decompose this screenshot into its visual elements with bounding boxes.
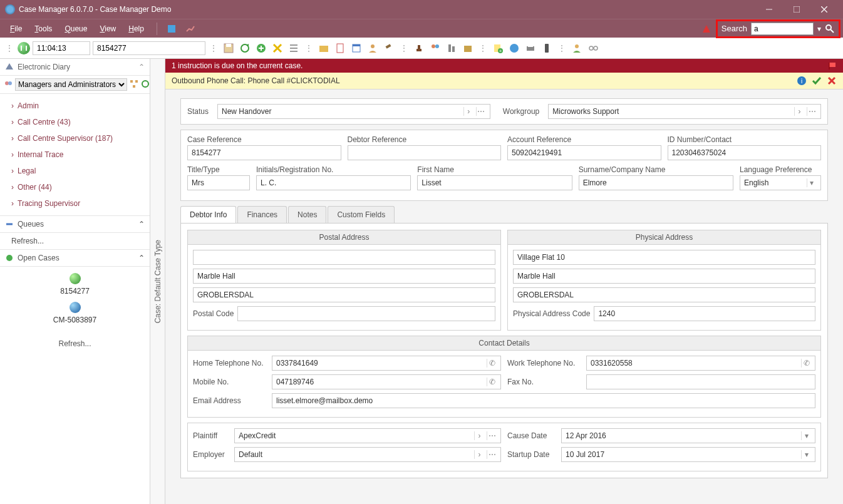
surname-field[interactable]: Elmore — [579, 175, 733, 190]
group-select[interactable]: Managers and Administrators — [15, 78, 127, 91]
mobile-field[interactable]: 047189746✆ — [272, 374, 501, 389]
calendar-icon[interactable] — [349, 41, 363, 55]
open-case-2[interactable]: CM-5083897 — [0, 316, 150, 324]
tree-node-call-centre[interactable]: Call Centre (43) — [0, 114, 150, 130]
panel-electronic-diary[interactable]: Electronic Diary ⌃ — [0, 59, 150, 76]
menu-icon-1[interactable] — [166, 23, 177, 34]
chart-icon[interactable] — [185, 23, 196, 34]
tab-debtor-info[interactable]: Debtor Info — [180, 206, 236, 223]
debtor-ref-field[interactable] — [348, 145, 502, 160]
id-number-field[interactable]: 1203046375024 — [668, 145, 822, 160]
save-icon[interactable] — [222, 41, 235, 55]
phys-line-3[interactable]: GROBLERSDAL — [513, 287, 815, 302]
phone-icon[interactable]: ✆ — [487, 378, 497, 386]
tree-node-call-centre-supervisor[interactable]: Call Centre Supervisor (187) — [0, 130, 150, 147]
stamp-icon[interactable] — [412, 41, 426, 55]
close-icon[interactable] — [827, 76, 837, 86]
tree-icon[interactable] — [130, 80, 138, 90]
panel-queues[interactable]: Queues ⌃ — [0, 215, 150, 233]
folder-icon[interactable] — [317, 41, 331, 55]
chevron-down-icon[interactable]: ▾ — [801, 431, 811, 440]
email-field[interactable]: lisset.elmore@mailbox.demo — [272, 393, 815, 408]
tree-node-internal-trace[interactable]: Internal Trace — [0, 147, 150, 163]
person-icon[interactable] — [570, 41, 584, 55]
chevron-down-icon[interactable]: ▾ — [801, 450, 811, 459]
phone-icon[interactable] — [540, 41, 554, 55]
chevron-right-icon[interactable]: › — [474, 431, 484, 440]
chevron-right-icon[interactable]: › — [794, 107, 804, 116]
phone-icon[interactable]: ✆ — [801, 359, 811, 368]
postal-line-2[interactable]: Marble Hall — [193, 269, 495, 284]
building-icon[interactable] — [445, 41, 458, 55]
info-icon[interactable]: i — [797, 76, 807, 86]
first-name-field[interactable]: Lisset — [417, 175, 572, 190]
work-phone-field[interactable]: 0331620558✆ — [586, 356, 815, 371]
postal-code-field[interactable] — [237, 306, 495, 321]
phone-icon[interactable]: ✆ — [487, 359, 497, 368]
startup-date-field[interactable]: 10 Jul 2017▾ — [561, 447, 815, 462]
add-icon[interactable] — [254, 41, 268, 55]
gavel-icon[interactable] — [382, 41, 396, 55]
play-button[interactable] — [18, 42, 30, 54]
menu-queue[interactable]: Queue — [59, 22, 92, 36]
postal-line-1[interactable] — [193, 250, 495, 265]
flag-icon[interactable] — [828, 61, 837, 70]
ellipsis-icon[interactable]: ⋯ — [487, 431, 497, 440]
search-input[interactable] — [751, 23, 814, 35]
ellipsis-icon[interactable]: ⋯ — [487, 450, 497, 459]
chevron-right-icon[interactable]: › — [463, 107, 473, 116]
postal-line-3[interactable]: GROBLERSDAL — [193, 287, 495, 302]
print-icon[interactable] — [524, 41, 537, 55]
phys-code-field[interactable]: 1240 — [594, 306, 815, 321]
tree-node-admin[interactable]: Admin — [0, 98, 150, 114]
vertical-tab[interactable]: Case: Default Case Type — [150, 59, 165, 504]
status-field[interactable]: New Handover›⋯ — [217, 104, 490, 119]
users-icon[interactable] — [428, 41, 442, 55]
menu-view[interactable]: View — [95, 22, 121, 36]
user-icon[interactable] — [366, 41, 380, 55]
note-add-icon[interactable]: + — [491, 41, 505, 55]
case-orb-blue[interactable] — [70, 302, 81, 313]
time-input[interactable] — [33, 41, 90, 55]
cancel-icon[interactable] — [271, 41, 284, 55]
tab-finances[interactable]: Finances — [237, 206, 287, 223]
refresh-small-icon[interactable] — [141, 80, 150, 90]
box-icon[interactable] — [461, 41, 475, 55]
chevron-down-icon[interactable]: ▾ — [807, 178, 817, 187]
open-case-1[interactable]: 8154277 — [0, 287, 150, 296]
panel-open-cases[interactable]: Open Cases ⌃ — [0, 249, 150, 267]
minimize-button[interactable] — [755, 0, 783, 19]
tab-custom-fields[interactable]: Custom Fields — [328, 206, 395, 223]
tab-notes[interactable]: Notes — [288, 206, 326, 223]
case-orb-green[interactable] — [70, 273, 81, 284]
tree-node-legal[interactable]: Legal — [0, 163, 150, 179]
check-icon[interactable] — [812, 76, 822, 86]
list-icon[interactable] — [287, 41, 301, 55]
alert-icon[interactable] — [701, 23, 712, 34]
maximize-button[interactable] — [783, 0, 810, 19]
tree-node-other[interactable]: Other (44) — [0, 179, 150, 195]
fax-field[interactable] — [586, 374, 815, 389]
workgroup-field[interactable]: Microworks Support›⋯ — [548, 104, 821, 119]
refresh-icon[interactable] — [238, 41, 252, 55]
chevron-right-icon[interactable]: › — [474, 450, 484, 459]
case-ref-field[interactable]: 8154277 — [187, 145, 341, 160]
ellipsis-icon[interactable]: ⋯ — [476, 107, 486, 116]
account-ref-field[interactable]: 509204219491 — [507, 145, 661, 160]
ellipsis-icon[interactable]: ⋯ — [807, 107, 817, 116]
phys-line-1[interactable]: Village Flat 10 — [513, 250, 815, 265]
employer-field[interactable]: Default›⋯ — [234, 447, 501, 462]
initials-field[interactable]: L. C. — [256, 175, 411, 190]
case-number-input[interactable] — [93, 41, 205, 55]
plaintiff-field[interactable]: ApexCredit›⋯ — [234, 428, 501, 443]
open-cases-refresh[interactable]: Refresh... — [0, 331, 150, 357]
menu-file[interactable]: File — [5, 22, 27, 36]
document-icon[interactable] — [333, 41, 347, 55]
glasses-icon[interactable] — [586, 41, 600, 55]
search-icon[interactable] — [825, 24, 835, 34]
search-dropdown-icon[interactable]: ▾ — [817, 24, 821, 33]
close-button[interactable] — [810, 0, 838, 19]
language-field[interactable]: English▾ — [740, 175, 821, 190]
tree-node-tracing-supervisor[interactable]: Tracing Supervisor — [0, 195, 150, 212]
menu-help[interactable]: Help — [123, 22, 149, 36]
